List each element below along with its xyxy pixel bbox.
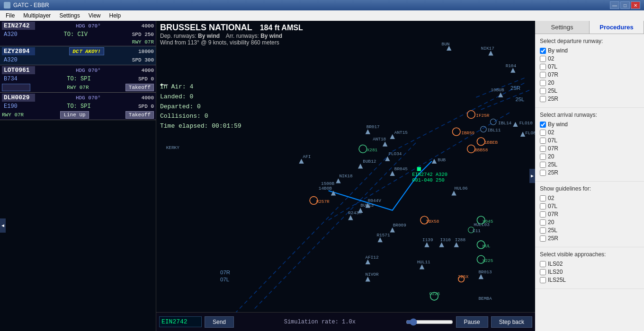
arr-02-checkbox[interactable]: [540, 130, 546, 136]
guide-20: 20: [540, 219, 639, 226]
menu-file[interactable]: File: [2, 11, 18, 20]
svg-text:R243M: R243M: [348, 210, 361, 216]
ils20-checkbox[interactable]: [540, 269, 546, 275]
collapse-left-btn[interactable]: ◀: [0, 218, 6, 233]
svg-text:X225: X225: [483, 258, 493, 263]
svg-text:C11: C11: [473, 228, 481, 234]
collapse-right-btn[interactable]: ▶: [529, 169, 535, 183]
svg-text:I139: I139: [422, 237, 433, 243]
send-button[interactable]: Send: [205, 316, 234, 328]
approaches-section: Select visible approaches: ILS02 ILS20 I…: [535, 247, 644, 289]
arr-20-checkbox[interactable]: [540, 154, 546, 160]
collisions-stat: Collisions: 0: [160, 112, 242, 122]
menu-help[interactable]: Help: [106, 11, 125, 20]
tab-settings[interactable]: Settings: [535, 21, 590, 34]
hdg-lot0961: HDG 070°: [76, 68, 101, 73]
close-button[interactable]: ✕: [631, 1, 640, 9]
lineup-dlh0029[interactable]: Line Up: [60, 111, 89, 119]
arrival-title: Select arrival runways:: [540, 112, 639, 118]
svg-text:NIVOR: NIVOR: [366, 272, 379, 277]
guide-25l: 25L: [540, 227, 639, 234]
guide-25l-checkbox[interactable]: [540, 227, 546, 234]
arr-25l-checkbox[interactable]: [540, 162, 546, 168]
svg-text:HUL06: HUL06: [455, 186, 468, 191]
alt-lot0961: 4000: [142, 68, 154, 73]
guidelines-title: Show guidelines for:: [540, 185, 639, 192]
svg-text:BR045: BR045: [394, 166, 408, 172]
guide-07l-checkbox[interactable]: [540, 203, 546, 209]
right-panel: Settings Procedures Select departure run…: [535, 21, 644, 331]
svg-text:BR013: BR013: [479, 270, 492, 275]
radar-panel[interactable]: FPS: 59.00 94 BRUSSELS NATIONAL 184 ft A…: [156, 21, 535, 331]
arr-bywind-checkbox[interactable]: [540, 122, 546, 128]
arr-07r-checkbox[interactable]: [540, 146, 546, 152]
maximize-button[interactable]: □: [620, 1, 630, 9]
right-tabs: Settings Procedures: [535, 21, 644, 34]
svg-text:IBR59: IBR59: [461, 131, 474, 136]
departure-section: Select departure runway: By wind 02 07L …: [535, 34, 644, 108]
svg-text:R257R: R257R: [316, 199, 330, 204]
landed-value: 0: [189, 93, 193, 100]
svg-text:1500B: 1500B: [321, 181, 334, 186]
svg-text:X281: X281: [367, 148, 378, 153]
callsign-input[interactable]: [159, 316, 202, 327]
svg-text:25R: 25R: [510, 85, 520, 91]
svg-text:BEMBA: BEMBA: [479, 296, 492, 301]
menu-settings[interactable]: Settings: [55, 11, 83, 20]
rwy-lot0961: RWY 07R: [67, 85, 89, 90]
menu-view[interactable]: View: [85, 11, 105, 20]
departed-stat: Departed: 0: [160, 102, 242, 112]
runway-info: Dep. runways: By wind Arr. runways: By w…: [160, 33, 531, 39]
arr-25r-checkbox[interactable]: [540, 170, 546, 176]
spd-ezy2894: SPD 300: [132, 57, 154, 63]
landed-stat: Landed: 0: [160, 92, 242, 102]
svg-text:BUB12: BUB12: [363, 159, 376, 164]
dep-07l-checkbox[interactable]: [540, 64, 546, 70]
pause-button[interactable]: Pause: [456, 316, 488, 328]
ils25l-checkbox[interactable]: [540, 277, 546, 283]
dep-07l: 07L: [540, 63, 639, 70]
guide-07r: 07R: [540, 211, 639, 218]
minimize-button[interactable]: —: [610, 1, 619, 9]
dep-02-checkbox[interactable]: [540, 56, 546, 62]
collisions-value: 0: [205, 113, 208, 120]
dep-07r: 07R: [540, 71, 639, 78]
callsign-dlh0029: DLH0029: [2, 94, 35, 102]
approach-ils20: ILS20: [540, 269, 639, 275]
in-air-value: 4: [189, 83, 193, 90]
dep-20-checkbox[interactable]: [540, 80, 546, 86]
dep-bywind-checkbox[interactable]: [540, 48, 546, 54]
sim-rate-slider[interactable]: [406, 318, 453, 326]
dep-25l: 25L: [540, 87, 639, 94]
strip-ein2742: EIN2742 HDG 070° 4000 A320 TO: CIV SPD 2…: [0, 21, 156, 46]
guide-20-checkbox[interactable]: [540, 219, 546, 226]
tab-procedures[interactable]: Procedures: [590, 21, 644, 34]
titlebar-title: GATC - EBBR: [13, 2, 49, 9]
sim-rate-label: Simulation rate: 1.0x: [237, 319, 403, 325]
takeoff-lot0961[interactable]: Takeoff: [125, 84, 154, 91]
lot0961-input[interactable]: [2, 84, 30, 91]
guide-07r-checkbox[interactable]: [540, 211, 546, 218]
strip-lot0961: LOT0961 HDG 070° 4000 B734 TO: SPI SPD 0…: [0, 65, 156, 93]
wind-info: Wind from 113° @ 9 knots, visibility 860…: [160, 39, 531, 46]
dep-25r-checkbox[interactable]: [540, 96, 546, 102]
svg-text:FLO81: FLO81: [525, 131, 535, 136]
guide-02-checkbox[interactable]: [540, 195, 546, 201]
arr-07l-checkbox[interactable]: [540, 138, 546, 144]
guide-07l: 07L: [540, 203, 639, 209]
to-dlh0029: TO: SPI: [67, 103, 90, 110]
arr-25r: 25R: [540, 169, 639, 176]
takeoff-dlh0029[interactable]: Takeoff: [125, 111, 154, 119]
dep-07r-checkbox[interactable]: [540, 72, 546, 78]
menu-multiplayer[interactable]: Multiplayer: [19, 11, 54, 20]
svg-text:C225: C225: [429, 291, 440, 296]
arr-20: 20: [540, 153, 639, 160]
dep-25l-checkbox[interactable]: [540, 88, 546, 94]
stepback-button[interactable]: Step back: [491, 316, 532, 328]
svg-text:AFI12: AFI12: [366, 255, 379, 260]
guide-25r-checkbox[interactable]: [540, 235, 546, 242]
ils02-checkbox[interactable]: [540, 261, 546, 267]
callsign-lot0961: LOT0961: [2, 66, 35, 74]
svg-text:R044V: R044V: [368, 198, 381, 203]
svg-text:ANT15: ANT15: [394, 130, 408, 135]
